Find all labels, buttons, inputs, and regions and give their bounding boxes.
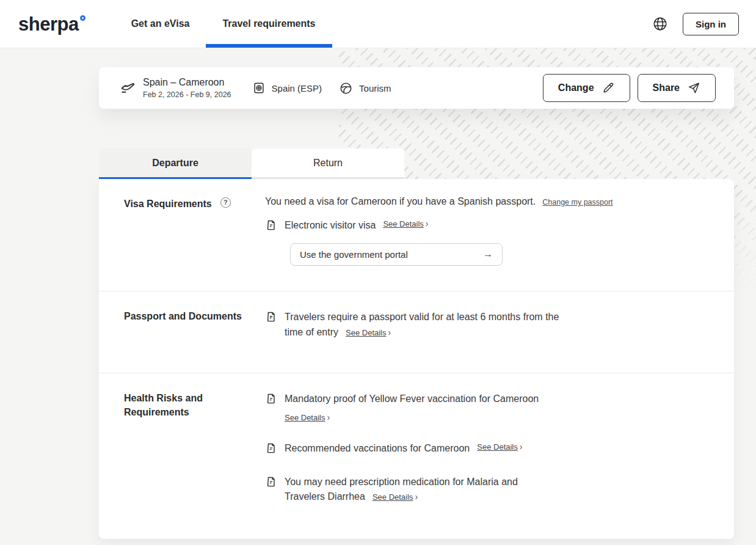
passport-section-body: Travelers require a passport valid for a…	[265, 291, 734, 373]
health-item-text: You may need prescription medication for…	[285, 475, 547, 505]
government-portal-button[interactable]: Use the government portal →	[290, 243, 503, 266]
tab-return-label: Return	[313, 158, 343, 169]
arrow-right-icon: →	[483, 249, 493, 260]
passport-item-label: Travelers require a passport valid for a…	[285, 310, 572, 340]
passport-section-title-row: Passport and Documents	[99, 291, 265, 373]
trip-passport-group: Spain (ESP)	[252, 81, 322, 95]
tourism-globe-icon	[339, 81, 353, 95]
trip-purpose-group: Tourism	[339, 81, 391, 95]
trip-route-label: Spain – Cameroon	[143, 77, 231, 88]
visa-section-title: Visa Requirements	[124, 197, 212, 211]
change-trip-button[interactable]: Change	[543, 74, 630, 102]
see-details-label: See Details	[346, 328, 386, 337]
tab-departure[interactable]: Departure	[99, 148, 252, 179]
health-item-yellow-fever: Mandatory proof of Yellow Fever vaccinat…	[265, 392, 710, 423]
government-portal-label: Use the government portal	[300, 249, 408, 260]
trip-passport-label: Spain (ESP)	[272, 83, 322, 93]
health-see-details-link-2[interactable]: See Details›	[477, 441, 522, 452]
primary-nav: Get an eVisa Travel requirements	[115, 0, 332, 48]
health-item-row: Recommended vaccinations for Cameroon Se…	[265, 441, 710, 456]
visa-see-details-link[interactable]: See Details›	[383, 218, 428, 229]
health-see-details-link-3[interactable]: See Details›	[373, 491, 418, 502]
visa-intro-row: You need a visa for Cameroon if you have…	[265, 196, 710, 207]
change-button-label: Change	[558, 82, 594, 93]
share-trip-button[interactable]: Share	[638, 74, 716, 102]
see-details-label: See Details	[383, 219, 423, 229]
section-health-risks: Health Risks and Requirements Mandatory …	[99, 373, 734, 539]
logo-wordmark: sherpa	[18, 15, 79, 34]
health-item-text: Recommended vaccinations for Cameroon	[285, 441, 470, 456]
share-send-icon	[687, 81, 700, 95]
section-visa-requirements: Visa Requirements ? You need a visa for …	[99, 179, 734, 291]
visa-item-row: Electronic visitor visa See Details›	[265, 218, 710, 233]
trip-actions: Change Share	[543, 74, 716, 102]
health-section-title-row: Health Risks and Requirements	[99, 373, 265, 539]
document-icon	[265, 442, 277, 455]
trip-route-group: Spain – Cameroon Feb 2, 2026 - Feb 9, 20…	[120, 77, 231, 99]
health-item-text: Mandatory proof of Yellow Fever vaccinat…	[285, 392, 539, 407]
chevron-right-icon: ›	[327, 412, 330, 422]
nav-travel-requirements[interactable]: Travel requirements	[206, 0, 332, 48]
passport-item-text: Travelers require a passport valid for a…	[285, 312, 559, 337]
visa-item-label: Electronic visitor visa	[285, 218, 376, 233]
see-details-label: See Details	[285, 413, 325, 422]
trip-purpose-label: Tourism	[359, 83, 391, 93]
direction-tabs: Departure Return	[99, 148, 404, 179]
passport-section-title: Passport and Documents	[124, 309, 242, 323]
document-icon	[265, 392, 277, 405]
top-navbar: sherpa Get an eVisa Travel requirements …	[0, 0, 756, 48]
section-passport-documents: Passport and Documents Travelers require…	[99, 291, 734, 373]
help-icon[interactable]: ?	[220, 197, 231, 208]
health-item-vaccinations: Recommended vaccinations for Cameroon Se…	[265, 441, 710, 456]
trip-route-block: Spain – Cameroon Feb 2, 2026 - Feb 9, 20…	[143, 77, 231, 99]
nav-get-an-evisa[interactable]: Get an eVisa	[115, 0, 206, 48]
nav-get-an-evisa-label: Get an eVisa	[131, 18, 190, 29]
chevron-right-icon: ›	[415, 491, 418, 504]
health-see-details-link-1[interactable]: See Details›	[285, 412, 710, 423]
document-icon	[265, 219, 277, 232]
tab-return[interactable]: Return	[252, 148, 404, 179]
health-item-row: You may need prescription medication for…	[265, 475, 710, 505]
pencil-icon	[602, 81, 615, 95]
health-section-title: Health Risks and Requirements	[124, 391, 222, 419]
see-details-label: See Details	[477, 442, 517, 452]
change-my-passport-link[interactable]: Change my passport	[542, 198, 612, 207]
chevron-right-icon: ›	[388, 326, 391, 340]
sign-in-button[interactable]: Sign in	[683, 13, 739, 35]
chevron-right-icon: ›	[520, 442, 523, 452]
health-section-body: Mandatory proof of Yellow Fever vaccinat…	[265, 373, 734, 539]
header-right-group: Sign in	[652, 13, 739, 35]
chevron-right-icon: ›	[426, 219, 429, 229]
see-details-label: See Details	[373, 492, 413, 502]
passport-item-row: Travelers require a passport valid for a…	[265, 310, 710, 340]
visa-intro-text: You need a visa for Cameroon if you have…	[265, 196, 536, 207]
trip-summary-card: Spain – Cameroon Feb 2, 2026 - Feb 9, 20…	[99, 67, 734, 109]
nav-travel-requirements-label: Travel requirements	[222, 18, 315, 29]
health-item-row: Mandatory proof of Yellow Fever vaccinat…	[265, 392, 710, 407]
language-globe-icon[interactable]	[652, 16, 668, 32]
document-icon	[265, 310, 277, 323]
share-button-label: Share	[653, 82, 680, 93]
visa-section-body: You need a visa for Cameroon if you have…	[265, 179, 734, 291]
logo-dot-icon	[80, 15, 85, 21]
requirements-card: Visa Requirements ? You need a visa for …	[99, 179, 734, 539]
trip-dates-label: Feb 2, 2026 - Feb 9, 2026	[143, 90, 231, 99]
plane-takeoff-icon	[120, 80, 136, 97]
passport-see-details-link[interactable]: See Details›	[346, 327, 391, 337]
tab-departure-label: Departure	[152, 158, 198, 169]
sherpa-logo[interactable]: sherpa	[18, 15, 85, 34]
passport-icon	[252, 81, 266, 95]
document-icon	[265, 475, 277, 488]
visa-section-title-row: Visa Requirements ?	[99, 179, 265, 291]
health-item-prescription: You may need prescription medication for…	[265, 475, 710, 505]
